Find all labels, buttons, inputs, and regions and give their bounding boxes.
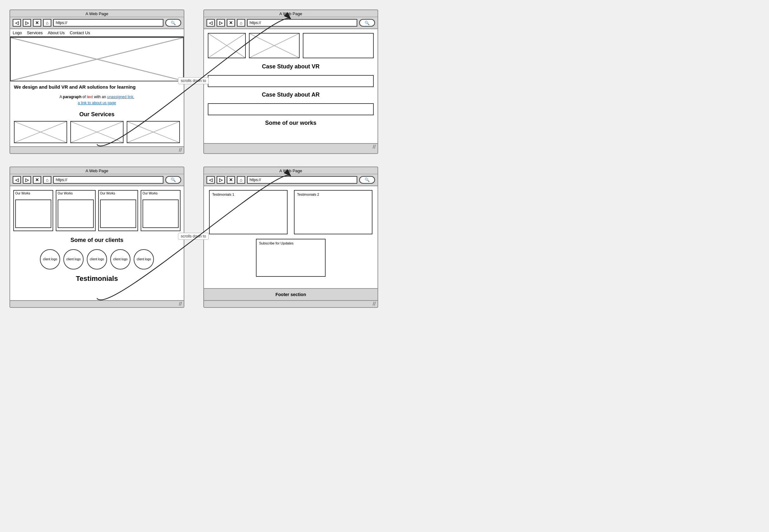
browser-panel-3: A Web Page ◁ ▷ ✕ ⌂ 🔍 Our Works — [10, 167, 184, 308]
footer-section: Footer section — [204, 288, 378, 300]
testimonial-box-2: Testimonials 2 — [294, 190, 372, 234]
works-card-4: Our Works — [141, 190, 181, 231]
nav-about[interactable]: About Us — [48, 30, 65, 35]
subscribe-section: Subscribe for Updates — [204, 237, 378, 279]
para-bold: paragraph — [63, 95, 82, 99]
close-button-2[interactable]: ✕ — [227, 19, 235, 27]
home-button-3[interactable]: ⌂ — [43, 176, 51, 184]
case-study-1-content — [208, 75, 374, 87]
browser-footer-1: // — [10, 146, 184, 153]
browser-content-1: Logo Services About Us Contact Us We des… — [10, 29, 184, 146]
home-button-4[interactable]: ⌂ — [237, 176, 245, 184]
browser-panel-4: A Web Page ◁ ▷ ✕ ⌂ 🔍 Testimonials 1 Test… — [203, 167, 378, 308]
hero-headline: We design and build VR and AR solutions … — [10, 81, 184, 93]
browser-panel-1: A Web Page ◁ ▷ ✕ ⌂ 🔍 Logo Services About… — [10, 9, 184, 154]
browser-title-4: A Web Page — [204, 167, 378, 174]
search-button-4[interactable]: 🔍 — [359, 176, 375, 184]
search-button-1[interactable]: 🔍 — [165, 19, 181, 27]
close-button[interactable]: ✕ — [33, 19, 41, 27]
hero-image — [10, 37, 184, 81]
works-card-inner-3 — [100, 199, 136, 228]
forward-button[interactable]: ▷ — [23, 19, 31, 27]
close-button-3[interactable]: ✕ — [33, 176, 41, 184]
cs-x-3 — [303, 34, 373, 58]
para-about-link[interactable]: a link to about us page — [78, 101, 116, 105]
back-button-4[interactable]: ◁ — [207, 176, 215, 184]
browser-toolbar-4: ◁ ▷ ✕ ⌂ 🔍 — [204, 174, 378, 186]
para-unassigned-link[interactable]: unassigned link. — [107, 95, 134, 99]
browser-toolbar-1: ◁ ▷ ✕ ⌂ 🔍 — [10, 17, 184, 29]
back-button-2[interactable]: ◁ — [207, 19, 215, 27]
scrollbar-mark-3: // — [179, 301, 182, 307]
testimonial-label-1: Testimonials 1 — [212, 193, 234, 196]
service-img-3 — [127, 121, 180, 143]
testimonial-label-2: Testimonials 2 — [297, 193, 319, 196]
url-bar-2[interactable] — [247, 19, 357, 27]
services-images — [10, 121, 184, 146]
client-logos-row: client logo client logo client logo clie… — [10, 247, 184, 272]
cs-x-2 — [250, 34, 299, 58]
paragraph-section: A paragraph of text with an unassigned l… — [10, 93, 184, 109]
browser-footer-4: // — [204, 300, 378, 307]
cs-x-1 — [208, 34, 245, 58]
scrollbar-mark-2: // — [373, 144, 376, 150]
nav-contact[interactable]: Contact Us — [70, 30, 90, 35]
works-label-2: Our Works — [58, 192, 73, 195]
browser-title-1: A Web Page — [10, 10, 184, 17]
works-card-3: Our Works — [98, 190, 138, 231]
browser-content-3: Our Works Our Works Our Works Our Works — [10, 186, 184, 300]
nav-logo[interactable]: Logo — [13, 30, 22, 35]
hero-x-lines — [11, 38, 183, 81]
cs-img-3 — [303, 33, 374, 58]
forward-button-4[interactable]: ▷ — [217, 176, 225, 184]
home-button[interactable]: ⌂ — [43, 19, 51, 27]
home-button-2[interactable]: ⌂ — [237, 19, 245, 27]
some-works-title: Some of our works — [204, 117, 378, 130]
browser-title-3: A Web Page — [10, 167, 184, 174]
cs-img-2 — [249, 33, 300, 58]
forward-button-2[interactable]: ▷ — [217, 19, 225, 27]
url-bar-3[interactable] — [53, 176, 163, 184]
search-icon-3: 🔍 — [171, 177, 176, 182]
service-x-1 — [15, 122, 67, 143]
para-red-link[interactable]: text — [87, 95, 93, 99]
url-bar-1[interactable] — [53, 19, 163, 27]
client-logo-3: client logo — [87, 249, 107, 269]
works-card-1: Our Works — [13, 190, 53, 231]
works-label-1: Our Works — [15, 192, 30, 195]
scrollbar-mark-1: // — [179, 147, 182, 153]
nav-services[interactable]: Services — [27, 30, 43, 35]
client-logo-5: client logo — [134, 249, 154, 269]
url-bar-4[interactable] — [247, 176, 357, 184]
search-icon-1: 🔍 — [171, 21, 176, 25]
service-x-2 — [71, 122, 123, 143]
browser-footer-3: // — [10, 300, 184, 307]
para-mid2: with an — [93, 95, 107, 99]
forward-button-3[interactable]: ▷ — [23, 176, 31, 184]
browser-footer-2: // — [204, 143, 378, 150]
hero-section — [10, 37, 184, 81]
search-button-3[interactable]: 🔍 — [165, 176, 181, 184]
search-button-2[interactable]: 🔍 — [359, 19, 375, 27]
cs-img-1 — [208, 33, 246, 58]
para-prefix: A — [60, 95, 63, 99]
client-logo-2: client logo — [63, 249, 84, 269]
client-logo-1: client logo — [40, 249, 60, 269]
back-button[interactable]: ◁ — [13, 19, 21, 27]
close-button-4[interactable]: ✕ — [227, 176, 235, 184]
subscribe-title: Subscribe for Updates — [259, 241, 294, 245]
case-study-2-content — [208, 103, 374, 115]
case-study-images — [204, 29, 378, 61]
browser-panel-2: A Web Page ◁ ▷ ✕ ⌂ 🔍 — [203, 9, 378, 154]
service-x-3 — [127, 122, 179, 143]
para-mid: of — [81, 95, 87, 99]
clients-title: Some of our clients — [10, 234, 184, 247]
site-nav-1: Logo Services About Us Contact Us — [10, 29, 184, 37]
case-study-2-title: Case Study about AR — [204, 89, 378, 101]
works-card-2: Our Works — [56, 190, 96, 231]
testimonial-box-1: Testimonials 1 — [209, 190, 288, 234]
works-label-3: Our Works — [100, 192, 115, 195]
back-button-3[interactable]: ◁ — [13, 176, 21, 184]
works-card-inner-4 — [143, 199, 179, 228]
browser-content-2: Case Study about VR Case Study about AR … — [204, 29, 378, 143]
